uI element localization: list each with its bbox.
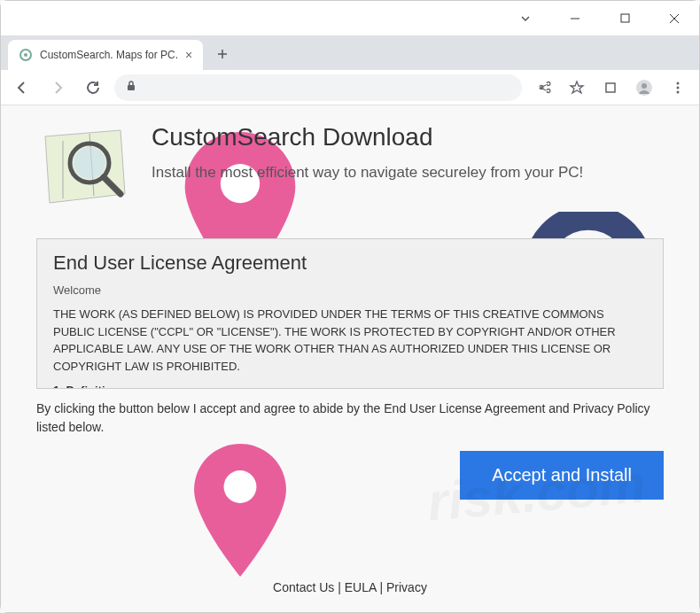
- tab-title: CustomSearch. Maps for PC.: [40, 49, 178, 61]
- accept-install-button[interactable]: Accept and Install: [460, 451, 664, 500]
- menu-icon[interactable]: [664, 74, 692, 102]
- accept-row: Accept and Install: [36, 451, 664, 500]
- window-minimize-button[interactable]: [557, 5, 593, 32]
- page-subtitle: Install the most efficient way to naviga…: [152, 164, 583, 182]
- tab-close-icon[interactable]: ×: [185, 48, 192, 62]
- svg-point-14: [677, 90, 680, 93]
- lock-icon: [125, 80, 137, 96]
- window-controls: [508, 5, 692, 32]
- page-title: CustomSearch Download: [152, 123, 583, 151]
- tab-bar: CustomSearch. Maps for PC. ×: [1, 36, 699, 70]
- window-dropdown-icon[interactable]: [508, 5, 543, 32]
- bookmark-icon[interactable]: [563, 74, 591, 102]
- svg-point-11: [642, 83, 647, 89]
- address-bar[interactable]: [114, 74, 522, 101]
- profile-icon[interactable]: [630, 74, 658, 102]
- footer-privacy-link[interactable]: Privacy: [386, 580, 427, 594]
- footer-contact-link[interactable]: Contact Us: [273, 580, 334, 594]
- svg-point-13: [677, 86, 680, 89]
- svg-point-12: [677, 81, 680, 84]
- extensions-icon[interactable]: [596, 74, 625, 102]
- reload-button[interactable]: [79, 74, 107, 102]
- svg-rect-8: [128, 85, 135, 90]
- toolbar-right: [529, 74, 692, 102]
- svg-rect-9: [606, 83, 615, 92]
- browser-window: CustomSearch. Maps for PC. ×: [0, 0, 700, 613]
- consent-text: By clicking the button below I accept an…: [36, 400, 664, 437]
- page-content: CustomSearch Download Install the most e…: [1, 105, 699, 612]
- window-close-button[interactable]: [657, 5, 692, 32]
- browser-tab[interactable]: CustomSearch. Maps for PC. ×: [8, 40, 203, 70]
- back-button[interactable]: [8, 74, 36, 102]
- forward-button[interactable]: [43, 74, 72, 102]
- new-tab-button[interactable]: [210, 42, 235, 66]
- eula-body: THE WORK (AS DEFINED BELOW) IS PROVIDED …: [53, 306, 647, 375]
- footer-eula-link[interactable]: EULA: [345, 580, 377, 594]
- footer: Contact Us | EULA | Privacy: [1, 580, 699, 594]
- window-titlebar: [1, 1, 699, 36]
- eula-welcome: Welcome: [53, 283, 647, 297]
- browser-toolbar: [1, 70, 699, 105]
- header-text: CustomSearch Download Install the most e…: [152, 123, 583, 182]
- logo-image: [36, 123, 134, 212]
- share-icon[interactable]: [529, 74, 557, 102]
- header: CustomSearch Download Install the most e…: [36, 123, 664, 212]
- window-maximize-button[interactable]: [607, 5, 642, 32]
- svg-point-5: [24, 53, 27, 57]
- eula-title: End User License Agreement: [53, 252, 647, 275]
- tab-favicon-icon: [19, 48, 33, 62]
- svg-point-19: [74, 147, 105, 179]
- svg-rect-1: [621, 14, 629, 22]
- eula-box[interactable]: End User License Agreement Welcome THE W…: [36, 238, 664, 389]
- page-main: CustomSearch Download Install the most e…: [1, 105, 699, 544]
- eula-definitions-title: 1. Definitions: [53, 384, 647, 389]
